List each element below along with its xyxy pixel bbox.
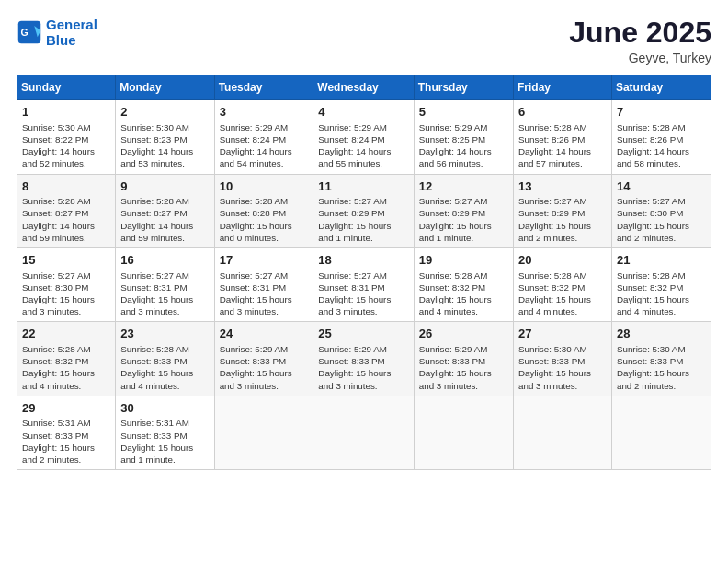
day-detail: Sunrise: 5:28 AM Sunset: 8:33 PM Dayligh… xyxy=(120,343,209,392)
day-detail: Sunrise: 5:29 AM Sunset: 8:24 PM Dayligh… xyxy=(220,121,309,170)
day-number: 26 xyxy=(419,326,508,342)
svg-text:G: G xyxy=(20,27,28,38)
calendar-cell xyxy=(414,396,513,469)
title-block: June 2025 Geyve, Turkey xyxy=(569,17,711,65)
calendar-cell: 14Sunrise: 5:27 AM Sunset: 8:30 PM Dayli… xyxy=(611,174,711,247)
calendar-cell: 27Sunrise: 5:30 AM Sunset: 8:33 PM Dayli… xyxy=(514,322,612,396)
day-detail: Sunrise: 5:31 AM Sunset: 8:33 PM Dayligh… xyxy=(22,417,110,465)
day-detail: Sunrise: 5:28 AM Sunset: 8:26 PM Dayligh… xyxy=(518,121,607,170)
calendar-week-row: 15Sunrise: 5:27 AM Sunset: 8:30 PM Dayli… xyxy=(17,248,711,322)
day-number: 6 xyxy=(518,104,607,121)
day-number: 19 xyxy=(419,252,508,269)
day-detail: Sunrise: 5:27 AM Sunset: 8:30 PM Dayligh… xyxy=(617,195,706,244)
calendar-week-row: 22Sunrise: 5:28 AM Sunset: 8:32 PM Dayli… xyxy=(17,322,711,396)
day-number: 12 xyxy=(419,178,508,195)
day-number: 9 xyxy=(120,178,209,195)
calendar-cell: 4Sunrise: 5:29 AM Sunset: 8:24 PM Daylig… xyxy=(313,100,414,174)
day-detail: Sunrise: 5:30 AM Sunset: 8:33 PM Dayligh… xyxy=(518,343,607,392)
calendar-cell: 21Sunrise: 5:28 AM Sunset: 8:32 PM Dayli… xyxy=(611,248,711,322)
day-detail: Sunrise: 5:27 AM Sunset: 8:31 PM Dayligh… xyxy=(120,270,209,318)
calendar-cell: 29Sunrise: 5:31 AM Sunset: 8:33 PM Dayli… xyxy=(17,396,116,469)
day-detail: Sunrise: 5:30 AM Sunset: 8:33 PM Dayligh… xyxy=(617,343,706,392)
day-detail: Sunrise: 5:28 AM Sunset: 8:27 PM Dayligh… xyxy=(120,195,209,244)
calendar-cell: 22Sunrise: 5:28 AM Sunset: 8:32 PM Dayli… xyxy=(17,322,116,396)
col-header-saturday: Saturday xyxy=(611,75,711,100)
calendar-cell: 30Sunrise: 5:31 AM Sunset: 8:33 PM Dayli… xyxy=(116,396,214,469)
calendar-cell: 11Sunrise: 5:27 AM Sunset: 8:29 PM Dayli… xyxy=(313,174,414,247)
day-number: 24 xyxy=(220,326,309,342)
day-detail: Sunrise: 5:27 AM Sunset: 8:30 PM Dayligh… xyxy=(22,270,110,318)
calendar-cell: 16Sunrise: 5:27 AM Sunset: 8:31 PM Dayli… xyxy=(116,248,214,322)
day-detail: Sunrise: 5:29 AM Sunset: 8:33 PM Dayligh… xyxy=(318,343,408,392)
day-number: 1 xyxy=(22,104,110,121)
day-number: 11 xyxy=(318,178,408,195)
calendar-cell: 1Sunrise: 5:30 AM Sunset: 8:22 PM Daylig… xyxy=(17,100,116,174)
day-number: 22 xyxy=(22,326,110,342)
day-number: 18 xyxy=(318,252,408,269)
day-detail: Sunrise: 5:29 AM Sunset: 8:33 PM Dayligh… xyxy=(419,343,508,392)
calendar-cell xyxy=(313,396,414,469)
calendar-cell: 8Sunrise: 5:28 AM Sunset: 8:27 PM Daylig… xyxy=(17,174,116,247)
month-title: June 2025 xyxy=(569,17,711,49)
col-header-friday: Friday xyxy=(514,75,612,100)
calendar-cell: 24Sunrise: 5:29 AM Sunset: 8:33 PM Dayli… xyxy=(214,322,313,396)
day-number: 27 xyxy=(518,326,607,342)
calendar-cell: 26Sunrise: 5:29 AM Sunset: 8:33 PM Dayli… xyxy=(414,322,513,396)
page: G General Blue June 2025 Geyve, Turkey S… xyxy=(0,0,728,563)
calendar-cell xyxy=(514,396,612,469)
calendar-cell: 13Sunrise: 5:27 AM Sunset: 8:29 PM Dayli… xyxy=(514,174,612,247)
calendar-cell: 9Sunrise: 5:28 AM Sunset: 8:27 PM Daylig… xyxy=(116,174,214,247)
day-detail: Sunrise: 5:28 AM Sunset: 8:32 PM Dayligh… xyxy=(22,343,110,392)
location: Geyve, Turkey xyxy=(569,51,711,65)
calendar-week-row: 1Sunrise: 5:30 AM Sunset: 8:22 PM Daylig… xyxy=(17,100,711,174)
day-number: 28 xyxy=(617,326,706,342)
calendar-header-row: SundayMondayTuesdayWednesdayThursdayFrid… xyxy=(17,75,711,100)
calendar-week-row: 29Sunrise: 5:31 AM Sunset: 8:33 PM Dayli… xyxy=(17,396,711,469)
day-detail: Sunrise: 5:28 AM Sunset: 8:32 PM Dayligh… xyxy=(518,270,607,318)
col-header-tuesday: Tuesday xyxy=(214,75,313,100)
day-detail: Sunrise: 5:29 AM Sunset: 8:24 PM Dayligh… xyxy=(318,121,408,170)
day-detail: Sunrise: 5:28 AM Sunset: 8:32 PM Dayligh… xyxy=(617,270,706,318)
day-number: 29 xyxy=(22,400,110,417)
col-header-monday: Monday xyxy=(116,75,214,100)
calendar-cell: 12Sunrise: 5:27 AM Sunset: 8:29 PM Dayli… xyxy=(414,174,513,247)
logo-icon: G xyxy=(17,19,42,45)
calendar-cell: 2Sunrise: 5:30 AM Sunset: 8:23 PM Daylig… xyxy=(116,100,214,174)
calendar-cell: 18Sunrise: 5:27 AM Sunset: 8:31 PM Dayli… xyxy=(313,248,414,322)
day-number: 30 xyxy=(120,400,209,417)
day-detail: Sunrise: 5:30 AM Sunset: 8:22 PM Dayligh… xyxy=(22,121,110,170)
calendar-cell: 6Sunrise: 5:28 AM Sunset: 8:26 PM Daylig… xyxy=(514,100,612,174)
day-number: 7 xyxy=(617,104,706,121)
day-detail: Sunrise: 5:31 AM Sunset: 8:33 PM Dayligh… xyxy=(120,417,209,465)
col-header-sunday: Sunday xyxy=(17,75,116,100)
day-detail: Sunrise: 5:28 AM Sunset: 8:27 PM Dayligh… xyxy=(22,195,110,244)
day-number: 14 xyxy=(617,178,706,195)
day-detail: Sunrise: 5:29 AM Sunset: 8:25 PM Dayligh… xyxy=(419,121,508,170)
calendar-cell: 5Sunrise: 5:29 AM Sunset: 8:25 PM Daylig… xyxy=(414,100,513,174)
day-detail: Sunrise: 5:27 AM Sunset: 8:29 PM Dayligh… xyxy=(419,195,508,244)
calendar-cell: 25Sunrise: 5:29 AM Sunset: 8:33 PM Dayli… xyxy=(313,322,414,396)
header: G General Blue June 2025 Geyve, Turkey xyxy=(17,17,711,65)
calendar-cell: 20Sunrise: 5:28 AM Sunset: 8:32 PM Dayli… xyxy=(514,248,612,322)
day-detail: Sunrise: 5:27 AM Sunset: 8:31 PM Dayligh… xyxy=(318,270,408,318)
day-detail: Sunrise: 5:28 AM Sunset: 8:32 PM Dayligh… xyxy=(419,270,508,318)
day-detail: Sunrise: 5:29 AM Sunset: 8:33 PM Dayligh… xyxy=(220,343,309,392)
calendar-cell xyxy=(214,396,313,469)
day-number: 13 xyxy=(518,178,607,195)
day-detail: Sunrise: 5:28 AM Sunset: 8:26 PM Dayligh… xyxy=(617,121,706,170)
col-header-wednesday: Wednesday xyxy=(313,75,414,100)
day-number: 20 xyxy=(518,252,607,269)
day-detail: Sunrise: 5:27 AM Sunset: 8:31 PM Dayligh… xyxy=(220,270,309,318)
calendar-table: SundayMondayTuesdayWednesdayThursdayFrid… xyxy=(17,75,711,470)
calendar-cell: 15Sunrise: 5:27 AM Sunset: 8:30 PM Dayli… xyxy=(17,248,116,322)
day-number: 10 xyxy=(220,178,309,195)
day-number: 23 xyxy=(120,326,209,342)
day-number: 2 xyxy=(120,104,209,121)
day-detail: Sunrise: 5:28 AM Sunset: 8:28 PM Dayligh… xyxy=(220,195,309,244)
logo: G General Blue xyxy=(17,17,97,49)
calendar-cell xyxy=(611,396,711,469)
day-number: 8 xyxy=(22,178,110,195)
calendar-cell: 23Sunrise: 5:28 AM Sunset: 8:33 PM Dayli… xyxy=(116,322,214,396)
day-number: 21 xyxy=(617,252,706,269)
day-detail: Sunrise: 5:27 AM Sunset: 8:29 PM Dayligh… xyxy=(518,195,607,244)
